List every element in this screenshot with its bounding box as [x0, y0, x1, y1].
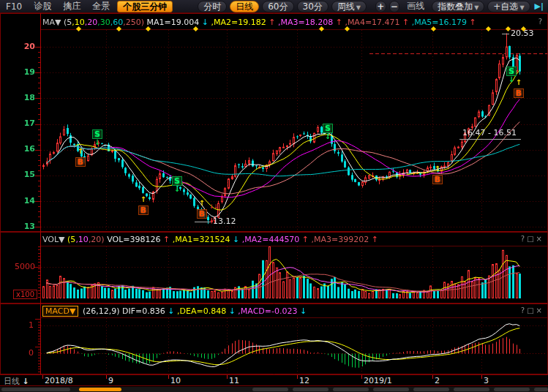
- add-watchlist-button[interactable]: +自选▼: [487, 1, 530, 12]
- header-segment: ,250): [123, 18, 144, 27]
- header-segment: MA▼: [42, 18, 64, 27]
- price-axis-label: 20: [10, 42, 35, 51]
- price-axis-label: 15: [10, 170, 35, 179]
- date-label: 2019/1: [364, 376, 392, 385]
- header-segment: ,MA3=18.208: [275, 18, 333, 27]
- header-segment: ↑: [400, 18, 410, 27]
- header-segment: VOL▼: [42, 235, 67, 244]
- header-segment: ,MACD=-0.023: [236, 306, 298, 316]
- collapse-panel-icon[interactable]: ▶|: [535, 1, 544, 11]
- chevron-down-icon: ▼: [356, 4, 361, 11]
- header-segment: ↑: [369, 235, 378, 244]
- maximize-icon[interactable]: □: [527, 306, 536, 314]
- header-segment: ↑: [333, 18, 342, 27]
- period-60min-button[interactable]: 60分: [262, 1, 293, 12]
- buy-marker: ↑B: [74, 148, 87, 167]
- period-weekly-button[interactable]: 周线▼: [331, 1, 367, 12]
- header-segment: ,20: [85, 18, 98, 27]
- sell-marker: S↓: [321, 121, 334, 140]
- header-segment: (5: [67, 235, 75, 244]
- qinzhuang-button[interactable]: 擒庄: [57, 0, 86, 12]
- main-price-chart[interactable]: [0, 13, 548, 232]
- header-segment: ,MA4=17.471: [342, 18, 400, 27]
- f10-button[interactable]: F10: [0, 1, 28, 12]
- close-icon[interactable]: ×: [536, 306, 544, 314]
- price-axis-label: 18: [10, 93, 35, 102]
- arrow-up-icon: ↑: [195, 200, 209, 207]
- stock-chart-window: F10 诊股 擒庄 全景 个股三分钟 分时 日线 60分 30分 周线▼ + −…: [0, 0, 548, 392]
- header-segment: VOL=398126: [105, 235, 161, 244]
- panorama-button[interactable]: 全景: [86, 0, 116, 12]
- period-fenshi-button[interactable]: 分时: [198, 1, 227, 12]
- arrow-down-icon: ↓: [321, 133, 334, 140]
- macd-pane-icons: ?□×: [521, 306, 544, 314]
- header-segment: ,10: [75, 235, 89, 244]
- macd-indicator-header[interactable]: MACD▼ (26,12,9) DIF=0.836 ↓ ,DEA=0.848 ↓…: [42, 306, 307, 317]
- taskbar-block: [534, 388, 548, 391]
- arrow-down-icon: ↓: [91, 139, 104, 146]
- marker-letter: B: [197, 209, 207, 219]
- draw-line-button[interactable]: 画线: [401, 0, 430, 12]
- taskbar-block: [252, 388, 288, 391]
- ma-indicator-header[interactable]: MA▼ (5,10,20,30,60,250) MA1=19.004 ↓ ,MA…: [42, 18, 476, 28]
- stock-3min-button[interactable]: 个股三分钟: [117, 1, 173, 12]
- period-indicator[interactable]: 日线 ↓: [4, 376, 29, 387]
- header-segment: ,MA2=444570: [239, 235, 299, 244]
- zoom-out-button[interactable]: −: [389, 1, 400, 12]
- gap-price-annotation: 16.47 - 16.51: [462, 128, 517, 137]
- marker-letter: B: [432, 175, 443, 184]
- header-segment: ,30: [97, 18, 110, 27]
- diagnose-button[interactable]: 诊股: [28, 0, 57, 12]
- zoom-in-button[interactable]: +: [375, 1, 386, 12]
- header-segment: ↑: [467, 18, 476, 27]
- arrow-up-icon: ↑: [431, 165, 444, 173]
- date-label: 10: [170, 376, 181, 385]
- chevron-down-icon: ▼: [519, 4, 524, 11]
- buy-marker: ↑B: [512, 79, 525, 98]
- period-30min-button[interactable]: 30分: [297, 1, 329, 12]
- vol-indicator-header[interactable]: VOL▼ (5,10,20) VOL=398126 ↑ ,MA1=321524 …: [42, 235, 378, 245]
- arrow-up-icon: ↑: [137, 196, 150, 203]
- header-segment: ,MA5=16.179: [409, 18, 467, 27]
- header-segment: ,MA1=321524: [170, 235, 230, 244]
- help-icon[interactable]: ?: [521, 306, 527, 314]
- header-segment: ↓: [165, 306, 175, 316]
- date-tick: [106, 375, 107, 379]
- header-segment: ,20): [89, 235, 105, 244]
- low-price-annotation: 13.12: [213, 216, 236, 226]
- help-icon[interactable]: ?: [521, 235, 527, 243]
- vol-pane-icons: ?□×: [521, 235, 544, 243]
- header-segment: ↑: [299, 235, 309, 244]
- header-segment: ,MA3=399202: [309, 235, 369, 244]
- arrow-up-icon: ↑: [74, 148, 87, 155]
- add-watchlist-label: +自选: [493, 1, 518, 12]
- sell-marker: S↓: [91, 127, 104, 146]
- double-down-arrow-icon: ↓↓: [209, 203, 217, 210]
- maximize-icon[interactable]: □: [527, 235, 536, 243]
- volume-axis-label: 5000: [10, 262, 35, 271]
- date-tick: [361, 375, 362, 379]
- price-axis-label: 16: [10, 144, 35, 154]
- taskbar-block: [333, 388, 369, 391]
- close-icon[interactable]: ×: [536, 235, 544, 243]
- macd-axis-label: 0: [25, 348, 34, 358]
- header-segment: DIF=0.836: [120, 306, 165, 316]
- top-toolbar: F10 诊股 擒庄 全景 个股三分钟 分时 日线 60分 30分 周线▼ + −…: [0, 0, 548, 13]
- buy-marker: ↑B: [195, 200, 209, 219]
- macd-axis-label: 1: [25, 320, 34, 330]
- help-icon[interactable]: ?: [538, 18, 544, 26]
- date-tick: [168, 375, 169, 379]
- price-axis-label: 19: [10, 67, 35, 77]
- date-label: 2018/8: [45, 376, 73, 385]
- header-segment: ↓: [226, 306, 236, 316]
- index-overlay-label: 指数叠加: [438, 1, 473, 12]
- header-segment: ,MA2=19.182: [209, 18, 266, 27]
- price-axis-label: 17: [10, 118, 35, 128]
- volume-unit-badge: x100: [13, 290, 37, 299]
- date-label: 3: [484, 376, 489, 385]
- index-overlay-button[interactable]: 指数叠加▼: [432, 1, 484, 12]
- buy-marker: ↑B: [137, 196, 150, 215]
- period-daily-button[interactable]: 日线: [230, 1, 259, 12]
- header-segment: ,60: [110, 18, 124, 27]
- period-weekly-label: 周线: [337, 1, 355, 12]
